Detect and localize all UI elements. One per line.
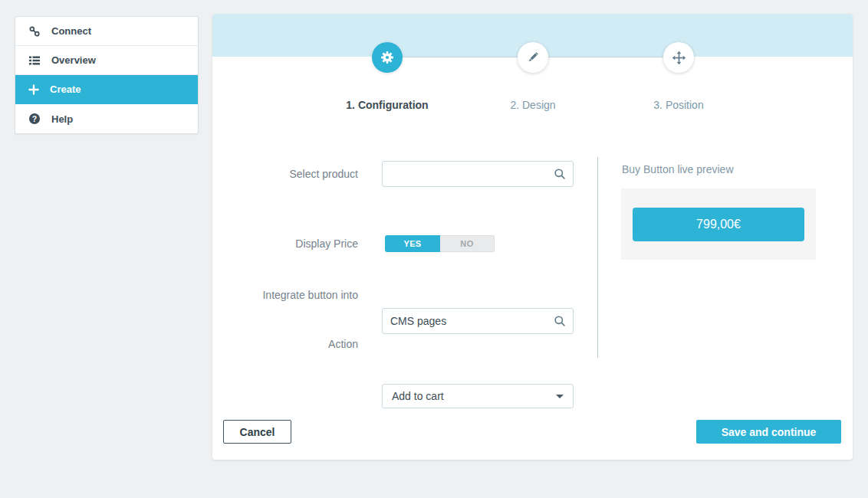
- sidebar-item-label: Create: [50, 84, 81, 95]
- select-product-input[interactable]: [382, 161, 574, 187]
- overview-icon: [28, 54, 41, 67]
- integrate-into-input[interactable]: [382, 308, 574, 334]
- step-label-configuration[interactable]: 1. Configuration: [346, 99, 428, 111]
- step-circle-position[interactable]: [663, 42, 694, 73]
- display-price-toggle: YES NO: [385, 235, 495, 252]
- step-label-design[interactable]: 2. Design: [510, 99, 555, 111]
- link-icon: [28, 25, 41, 38]
- sidebar-item-overview[interactable]: Overview: [15, 46, 198, 75]
- buy-button-preview[interactable]: 799,00€: [633, 208, 804, 241]
- sidebar-item-create[interactable]: Create: [15, 75, 198, 104]
- pencil-icon: [526, 51, 540, 64]
- svg-text:?: ?: [32, 114, 37, 123]
- save-and-continue-button[interactable]: Save and continue: [696, 420, 841, 444]
- gear-icon: [380, 50, 395, 65]
- live-preview-box: 799,00€: [621, 188, 816, 260]
- display-price-yes[interactable]: YES: [385, 235, 440, 252]
- integrate-into-label: Integrate button into: [258, 280, 358, 310]
- step-circle-design[interactable]: [518, 42, 548, 73]
- action-select[interactable]: Add to cart: [382, 384, 574, 408]
- sidebar-item-help[interactable]: ? Help: [15, 104, 198, 133]
- sidebar: Connect Overview Create ? Help: [15, 16, 199, 134]
- display-price-label: Display Price: [212, 231, 358, 257]
- help-icon: ?: [28, 113, 41, 125]
- plus-icon: [28, 84, 39, 95]
- sidebar-item-connect[interactable]: Connect: [15, 17, 198, 46]
- step-circle-configuration[interactable]: [372, 42, 403, 73]
- action-label: Action: [212, 332, 358, 356]
- live-preview-title: Buy Button live preview: [622, 163, 734, 175]
- caret-down-icon: [556, 395, 564, 398]
- sidebar-item-label: Help: [51, 113, 73, 125]
- display-price-no[interactable]: NO: [440, 235, 495, 252]
- sidebar-item-label: Overview: [51, 54, 96, 66]
- cancel-button[interactable]: Cancel: [223, 420, 291, 444]
- move-icon: [672, 51, 686, 65]
- step-label-position[interactable]: 3. Position: [653, 99, 703, 111]
- action-selected-value: Add to cart: [392, 390, 444, 402]
- create-wizard-panel: 1. Configuration 2. Design 3. Position S…: [212, 14, 853, 460]
- sidebar-item-label: Connect: [51, 25, 91, 37]
- form-preview-divider: [597, 157, 598, 358]
- select-product-label: Select product: [212, 161, 358, 187]
